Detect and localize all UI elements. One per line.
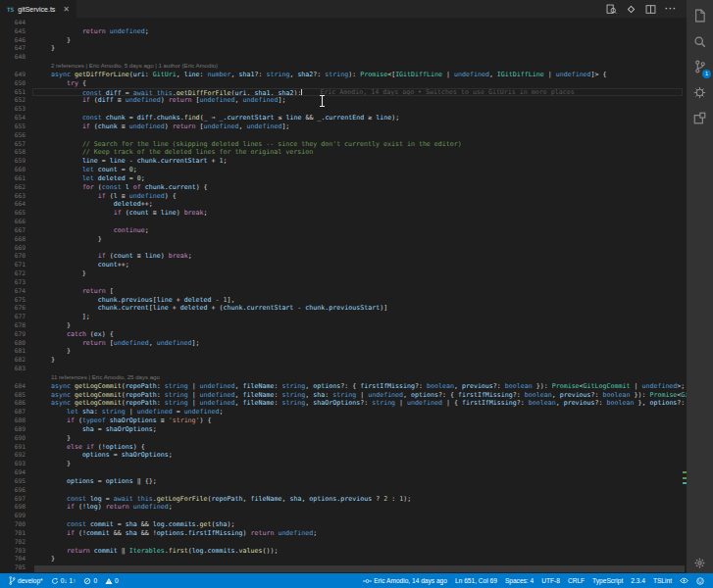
code-line[interactable]: 697 const log = await this.getLogForFile… [0, 495, 687, 504]
code-line[interactable]: 660 let count = 0; [0, 166, 687, 174]
code-line[interactable]: 644 [0, 19, 687, 27]
code-line[interactable]: 653 [0, 105, 687, 114]
codelens[interactable]: 2 references | Eric Amodio, 5 days ago |… [0, 62, 687, 71]
line-number[interactable]: 701 [0, 529, 25, 538]
line-number[interactable]: 700 [0, 520, 25, 529]
status-item-eye[interactable] [676, 573, 692, 588]
status-item[interactable]: Ln 651, Col 69 [451, 573, 501, 588]
code-line[interactable]: 651 const diff = await this.getDiffForFi… [0, 88, 687, 97]
code-line[interactable]: 661 let deleted = 0; [0, 174, 687, 183]
code-line[interactable]: 693 } [0, 460, 687, 468]
code-line[interactable]: 654 const chunk = diff.chunks.find(_ ⇒ _… [0, 114, 687, 122]
line-number[interactable]: 669 [0, 244, 25, 253]
code-line[interactable]: 666 [0, 218, 687, 226]
line-number[interactable]: 679 [0, 330, 25, 339]
code-line[interactable]: 683 [0, 365, 687, 373]
codelens[interactable]: 11 references | Eric Amodio, 25 days ago [0, 373, 687, 382]
line-number[interactable]: 663 [0, 192, 25, 201]
extensions-icon[interactable] [687, 105, 713, 130]
code-line[interactable]: 704 } [0, 555, 687, 564]
line-number[interactable]: 648 [0, 53, 25, 62]
line-number[interactable]: 695 [0, 477, 25, 486]
settings-gear-icon[interactable] [687, 557, 713, 569]
editor[interactable]: 644645 return undefined;646 }647 }6482 r… [0, 18, 687, 573]
line-number[interactable]: 677 [0, 313, 25, 321]
line-number[interactable]: 692 [0, 451, 25, 460]
code-line[interactable]: 670 if (count ≡ line) break; [0, 252, 687, 261]
line-number[interactable]: 689 [0, 425, 25, 434]
code-line[interactable]: 686 async getLogCommit(repoPath: string … [0, 399, 687, 408]
line-number[interactable]: 672 [0, 270, 25, 278]
line-number[interactable]: 674 [0, 287, 25, 296]
line-number[interactable]: 664 [0, 200, 25, 209]
status-item[interactable]: UTF-8 [537, 573, 564, 588]
line-number[interactable]: 702 [0, 538, 25, 547]
code-line[interactable]: 652 if (diff ≡ undefined) return [undefi… [0, 96, 687, 105]
code-line[interactable]: 689 sha = shaOrOptions; [0, 425, 687, 434]
line-number[interactable]: 676 [0, 304, 25, 313]
line-number[interactable]: 703 [0, 547, 25, 556]
gitlens-icon[interactable] [626, 4, 637, 15]
line-number[interactable]: 705 [0, 564, 25, 572]
line-number[interactable]: 659 [0, 157, 25, 166]
status-item-commit[interactable]: Eric Amodio, 14 days ago [359, 573, 451, 588]
code-line[interactable]: 647 } [0, 44, 687, 53]
line-number[interactable]: 683 [0, 365, 25, 373]
line-number[interactable]: 685 [0, 391, 25, 400]
status-item-smiley[interactable] [692, 573, 708, 588]
line-number[interactable]: 693 [0, 460, 25, 468]
line-number[interactable]: 687 [0, 408, 25, 416]
code-line[interactable]: 702 [0, 538, 687, 547]
code-line[interactable]: 669 [0, 244, 687, 253]
line-number[interactable]: 645 [0, 27, 25, 36]
code-line[interactable]: 695 options = options ‖ {}; [0, 477, 687, 486]
code-line[interactable]: 645 return undefined; [0, 27, 687, 36]
line-number[interactable]: 673 [0, 278, 25, 287]
code-line[interactable]: 655 if (chunk ≡ undefined) return [undef… [0, 122, 687, 131]
code-line[interactable]: 678 } [0, 321, 687, 330]
line-number[interactable]: 678 [0, 321, 25, 330]
code-line[interactable]: 687 let sha: string | undefined = undefi… [0, 408, 687, 416]
line-number[interactable]: 646 [0, 36, 25, 45]
code-line[interactable]: 696 [0, 486, 687, 495]
line-number[interactable]: 660 [0, 166, 25, 174]
code-line[interactable]: 650 try { [0, 79, 687, 88]
code-line[interactable]: 680 return [undefined, undefined]; [0, 339, 687, 348]
status-item[interactable]: TypeScript [588, 573, 627, 588]
line-number[interactable]: 666 [0, 218, 25, 226]
search-icon[interactable] [687, 28, 713, 54]
code-line[interactable]: 703 return commit ‖ Iterables.first(log.… [0, 547, 687, 556]
status-item[interactable]: CRLF [564, 573, 588, 588]
code-line[interactable]: 656 [0, 131, 687, 140]
line-number[interactable]: 657 [0, 140, 25, 149]
line-number[interactable]: 654 [0, 114, 25, 122]
line-number[interactable]: 661 [0, 174, 25, 183]
line-number[interactable]: 653 [0, 105, 25, 114]
line-number[interactable]: 686 [0, 399, 25, 408]
code-line[interactable]: 700 const commit = sha && log.commits.ge… [0, 520, 687, 529]
line-number[interactable]: 699 [0, 512, 25, 520]
code-line[interactable]: 699 [0, 512, 687, 520]
line-number[interactable]: 650 [0, 79, 25, 88]
line-number[interactable]: 680 [0, 339, 25, 348]
line-number[interactable]: 667 [0, 226, 25, 235]
line-number[interactable]: 652 [0, 96, 25, 105]
code-line[interactable]: 675 chunk.previous[line + deleted - 1], [0, 296, 687, 305]
line-number[interactable]: 697 [0, 495, 25, 504]
line-number[interactable]: 658 [0, 148, 25, 157]
code-line[interactable]: 658 // Keep track of the deleted lines f… [0, 148, 687, 157]
code-line[interactable]: 657 // Search for the line (skipping del… [0, 140, 687, 149]
line-number[interactable]: 671 [0, 261, 25, 270]
code-line[interactable]: 672 } [0, 270, 687, 278]
status-item[interactable]: Spaces: 4 [501, 573, 537, 588]
line-number[interactable]: 649 [0, 71, 25, 79]
more-actions-icon[interactable]: ··· [665, 4, 677, 14]
status-item-error[interactable]: 0 [79, 573, 101, 588]
code-line[interactable]: 684 async getLogCommit(repoPath: string … [0, 382, 687, 391]
line-number[interactable]: 644 [0, 19, 25, 27]
line-number[interactable]: 681 [0, 347, 25, 356]
line-number[interactable]: 675 [0, 296, 25, 305]
status-item[interactable]: TSLint [649, 573, 676, 588]
open-changes-icon[interactable] [606, 4, 617, 15]
code-line[interactable]: 649 async getDiffForLine(uri: GitUri, li… [0, 71, 687, 79]
